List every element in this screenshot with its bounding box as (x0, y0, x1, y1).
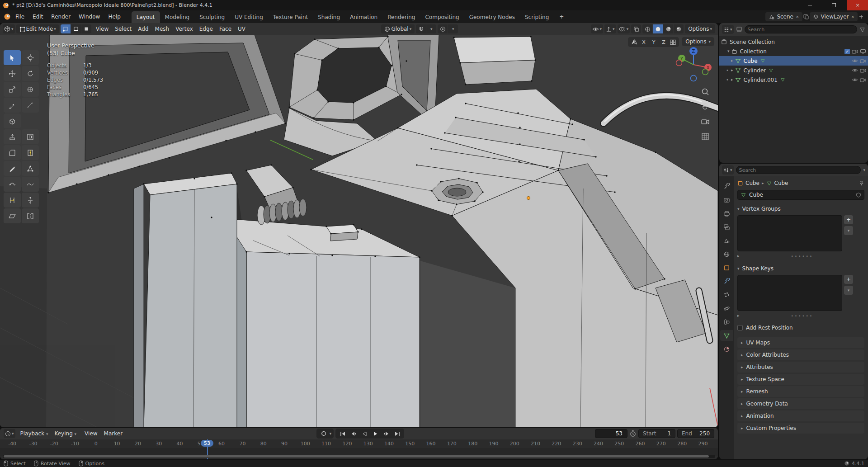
display-mode-icon[interactable] (736, 26, 742, 33)
shape-key-specials-button[interactable]: ▾ (844, 286, 853, 295)
workspace-tab[interactable]: Rendering (382, 11, 420, 23)
camera-visibility-icon[interactable] (860, 68, 866, 73)
viewport-options-dropdown[interactable]: Options ▾ (685, 24, 715, 33)
chevron-right-icon[interactable]: ▸ (731, 59, 733, 63)
rip-region-tool-button[interactable] (22, 208, 39, 223)
transform-tool-button[interactable] (22, 82, 39, 97)
chevron-right-icon[interactable]: ▸ (731, 78, 733, 82)
vertex-group-add-button[interactable]: + (844, 215, 853, 224)
camera-visibility-icon[interactable] (852, 49, 858, 54)
outliner-object-row[interactable]: • ▸ Cylinder (719, 66, 868, 75)
mirror-y-button[interactable]: Y (650, 38, 658, 46)
collapsed-panel-header[interactable]: ▸ Animation (737, 410, 864, 421)
gizmos-dropdown[interactable]: ▾ (604, 24, 616, 33)
pan-hand-icon[interactable] (701, 102, 710, 111)
smooth-tool-button[interactable] (22, 177, 39, 192)
viewport-menu-item[interactable]: Mesh (152, 24, 173, 33)
vertex-select-button[interactable] (61, 24, 71, 33)
shape-keys-list[interactable] (737, 275, 842, 311)
workspace-tab[interactable]: Geometry Nodes (464, 11, 520, 23)
menubar-item[interactable]: Window (75, 12, 104, 22)
measure-tool-button[interactable] (22, 98, 39, 113)
breadcrumb-object[interactable]: Cube (745, 180, 760, 186)
rendered-shading-button[interactable] (674, 24, 684, 33)
mode-dropdown[interactable]: Edit Mode ▾ (16, 24, 59, 33)
workspace-tab[interactable]: Shading (313, 11, 345, 23)
jump-to-start-button[interactable] (338, 429, 348, 438)
vertex-groups-header[interactable]: ▾ Vertex Groups (737, 204, 864, 213)
mirror-z-button[interactable]: Z (660, 38, 668, 46)
collapsed-panel-header[interactable]: ▸ UV Maps (737, 337, 864, 348)
collapsed-panel-header[interactable]: ▸ Geometry Data (737, 398, 864, 409)
timeline-editor-type-button[interactable]: ▾ (4, 429, 15, 438)
loop-cut-tool-button[interactable] (22, 145, 39, 160)
new-scene-icon[interactable] (803, 14, 809, 20)
workspace-tab[interactable]: Modeling (160, 11, 195, 23)
outliner-object-row[interactable]: • ▸ Cylinder.001 (719, 75, 868, 85)
eye-icon[interactable] (852, 68, 858, 73)
data-name-field[interactable]: Cube (737, 190, 864, 200)
tab-constraints[interactable] (720, 316, 733, 327)
snap-toggle-button[interactable] (416, 24, 426, 33)
inset-tool-button[interactable] (22, 129, 39, 144)
next-keyframe-button[interactable] (381, 429, 391, 438)
shear-tool-button[interactable] (4, 208, 21, 223)
add-rest-position-checkbox[interactable] (737, 325, 743, 330)
tab-tool[interactable] (720, 181, 733, 192)
chevron-down-icon[interactable]: ▾ (727, 49, 730, 53)
timeline-menu-dropdown[interactable]: Keying ▾ (51, 429, 80, 438)
outliner-object-row[interactable]: • ▸ Cube (719, 56, 868, 66)
fake-user-shield-icon[interactable] (856, 192, 861, 198)
tab-particles[interactable] (720, 289, 733, 300)
chevron-down-icon[interactable]: ▾ (330, 432, 332, 436)
mirror-x-button[interactable]: X (640, 38, 648, 46)
close-icon[interactable]: × (851, 15, 854, 19)
ortho-grid-icon[interactable] (701, 132, 710, 141)
pin-icon[interactable] (859, 180, 864, 186)
tab-object-data[interactable] (720, 330, 733, 341)
edge-slide-tool-button[interactable] (4, 193, 21, 208)
solid-shading-button[interactable] (653, 24, 663, 33)
editor-type-button[interactable]: ▾ (3, 24, 15, 33)
play-button[interactable] (370, 429, 380, 438)
shrink-fatten-tool-button[interactable] (22, 193, 39, 208)
workspace-tab[interactable]: Sculpting (194, 11, 230, 23)
spin-tool-button[interactable] (4, 177, 21, 192)
mesh-options-dropdown[interactable]: Options ▾ (682, 37, 714, 46)
menubar-item[interactable]: Edit (28, 12, 47, 22)
viewport-menu-item[interactable]: View (93, 24, 112, 33)
scene-selector[interactable]: Scene × (765, 12, 802, 21)
workspace-tab[interactable]: Texture Paint (268, 11, 313, 23)
playhead-frame-badge[interactable]: 53 (201, 440, 213, 447)
outliner-collection-row[interactable]: ▾ Collection ✓ (719, 47, 868, 56)
vertex-group-specials-button[interactable]: ▾ (844, 226, 853, 235)
tab-render[interactable] (720, 194, 733, 205)
chevron-right-icon[interactable]: ▸ (731, 68, 733, 72)
collapsed-panel-header[interactable]: ▸ Attributes (737, 362, 864, 373)
collapsed-panel-header[interactable]: ▸ Remesh (737, 386, 864, 397)
close-button[interactable]: × (847, 0, 868, 10)
tab-material[interactable] (720, 344, 733, 354)
snap-options-button[interactable]: ▾ (426, 24, 436, 33)
workspace-tab[interactable]: Compositing (420, 11, 464, 23)
maximize-button[interactable] (823, 0, 844, 10)
filter-funnel-icon[interactable] (859, 27, 865, 33)
knife-tool-button[interactable] (4, 161, 21, 176)
minimize-button[interactable] (799, 0, 820, 10)
tab-view-layer[interactable] (720, 222, 733, 232)
cursor-tool-button[interactable] (22, 50, 39, 65)
add-cube-tool-button[interactable] (4, 113, 21, 128)
blender-menu-icon[interactable] (4, 13, 11, 20)
bevel-tool-button[interactable] (4, 145, 21, 160)
navigation-gizmo[interactable]: Z X Y (675, 46, 712, 84)
viewport-menu-item[interactable]: Face (216, 24, 235, 33)
stopwatch-icon[interactable] (629, 430, 637, 437)
edge-select-button[interactable] (71, 24, 81, 33)
menubar-item[interactable]: Render (47, 12, 75, 22)
tab-physics[interactable] (720, 303, 733, 314)
camera-view-icon[interactable] (701, 117, 710, 126)
properties-search-input[interactable] (736, 166, 861, 174)
viewport-menu-item[interactable]: Select (112, 24, 135, 33)
visibility-dropdown[interactable]: ▾ (591, 24, 604, 33)
overlays-dropdown[interactable]: ▾ (618, 24, 630, 33)
